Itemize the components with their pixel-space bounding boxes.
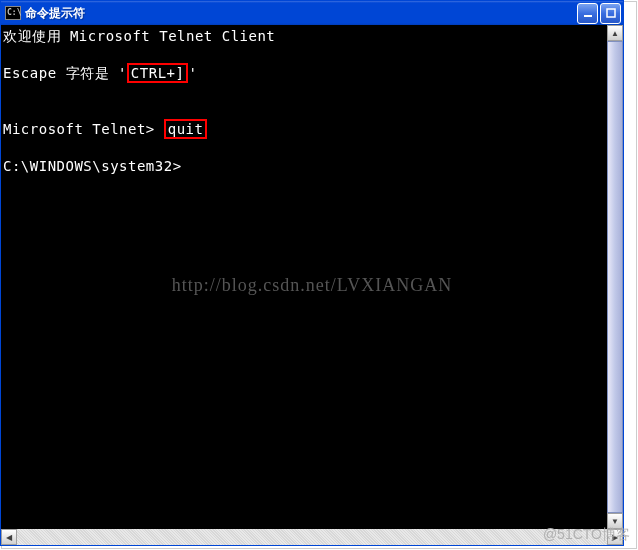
terminal-line-system-prompt: C:\WINDOWS\system32> [3, 157, 623, 175]
command-prompt-window: C:\ 命令提示符 欢迎使用 Microsoft Telnet Client E… [0, 0, 624, 546]
minimize-icon [583, 8, 593, 18]
terminal-line-blank [3, 101, 623, 119]
window-controls [577, 3, 623, 24]
watermark-center: http://blog.csdn.net/LVXIANGAN [172, 275, 452, 296]
app-icon: C:\ [5, 6, 21, 20]
svg-rect-1 [607, 9, 615, 17]
maximize-icon [606, 8, 616, 18]
maximize-button[interactable] [600, 3, 621, 24]
scroll-track-vertical[interactable] [607, 41, 623, 513]
terminal-line-blank [3, 83, 623, 101]
scroll-down-button[interactable]: ▼ [607, 513, 623, 529]
terminal-line-blank [3, 139, 623, 157]
terminal-line-escape: Escape 字符是 'CTRL+]' [3, 63, 623, 83]
quit-command-highlight: quit [164, 119, 208, 139]
titlebar[interactable]: C:\ 命令提示符 [1, 1, 623, 25]
scroll-left-button[interactable]: ◀ [1, 529, 17, 545]
scroll-thumb-vertical[interactable] [607, 41, 623, 513]
scroll-right-button[interactable]: ▶ [607, 529, 623, 545]
terminal-line-welcome: 欢迎使用 Microsoft Telnet Client [3, 27, 623, 45]
vertical-scrollbar[interactable]: ▲ ▼ [607, 25, 623, 529]
svg-rect-0 [584, 15, 592, 17]
escape-prefix: Escape 字符是 ' [3, 65, 127, 81]
escape-key-highlight: CTRL+] [127, 63, 189, 83]
minimize-button[interactable] [577, 3, 598, 24]
scroll-track-horizontal[interactable] [17, 529, 607, 545]
terminal-area[interactable]: 欢迎使用 Microsoft Telnet Client Escape 字符是 … [1, 25, 623, 545]
terminal-line-blank [3, 45, 623, 63]
terminal-line-telnet-prompt: Microsoft Telnet> quit [3, 119, 623, 139]
telnet-prompt: Microsoft Telnet> [3, 121, 164, 137]
window-title: 命令提示符 [25, 5, 577, 22]
scroll-up-button[interactable]: ▲ [607, 25, 623, 41]
escape-suffix: ' [188, 65, 197, 81]
horizontal-scrollbar[interactable]: ◀ ▶ [1, 529, 623, 545]
